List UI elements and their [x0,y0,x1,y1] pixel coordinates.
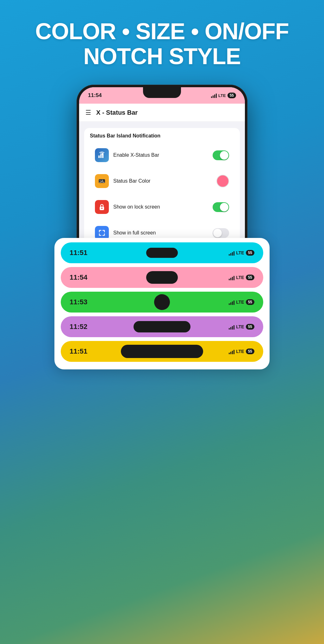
toggle-thumb-fullscreen [213,229,222,237]
demo-signal-pu1 [229,328,230,330]
svg-rect-0 [98,155,100,158]
demo-signal-b1 [229,254,230,256]
wifi-chart-icon [98,151,106,159]
header-area: COLOR • SIZE • ON/OFFNOTCH STYLE [0,0,324,82]
demo-signal-y4 [234,350,234,354]
demo-signal-purple [229,324,234,330]
signal-bar-2 [213,95,214,98]
demo-battery-purple: 55 [246,324,254,330]
demo-signal-p3 [232,277,233,280]
demo-right-cyan: LTE 55 [229,250,254,256]
notch-pill [134,321,190,332]
lock-icon [95,200,109,214]
demo-signal-y2 [230,352,231,354]
demo-signal-pu3 [232,326,233,330]
header-title: COLOR • SIZE • ON/OFFNOTCH STYLE [25,19,299,69]
status-right-icons: LTE 55 [211,93,236,98]
phone-notch [143,87,181,98]
app-title: X - Status Bar [96,109,138,116]
demo-signal-p4 [234,276,234,280]
demo-bars-wrapper: 11:51 LTE 55 11:54 [0,238,324,369]
demo-notch-pink [146,271,178,284]
demo-signal-b3 [232,252,233,256]
demo-lte-green: LTE [236,300,244,305]
demo-signal-pu2 [230,327,231,330]
section-title: Status Bar Island Notification [90,133,234,139]
demo-right-purple: LTE 55 [229,324,254,330]
hamburger-icon[interactable]: ☰ [85,109,91,116]
demo-lte-purple: LTE [236,324,244,329]
svg-rect-6 [102,180,103,181]
demo-time-green: 11:53 [70,298,87,306]
demo-battery-green: 55 [246,299,254,305]
svg-point-9 [101,208,103,209]
phone-status-bar: 11:54 LTE 55 [79,87,245,104]
color-label: Status Bar Color [113,178,212,184]
demo-signal-g3 [232,301,233,305]
demo-right-green: LTE 55 [229,299,254,305]
demo-signal-g1 [229,303,230,305]
demo-signal-green [229,299,234,305]
demo-bar-cyan: 11:51 LTE 55 [61,242,263,263]
demo-bars-container: 11:51 LTE 55 11:54 [54,238,270,369]
demo-signal-g4 [234,301,234,305]
demo-bar-pink: 11:54 LTE 55 [61,267,263,288]
toggle-thumb [220,151,228,160]
demo-time-purple: 11:52 [70,323,87,331]
lock-label: Show on lock screen [113,204,208,210]
signal-bar-4 [216,94,217,98]
svg-point-7 [102,181,102,182]
demo-bar-purple: 11:52 LTE 55 [61,316,263,337]
demo-bar-yellow: 11:51 LTE 55 [61,341,263,362]
demo-bar-green: 11:53 LTE 55 [61,292,263,313]
lte-label: LTE [218,93,226,98]
notch-small [146,248,178,258]
expand-icon [98,229,106,237]
demo-notch-purple [134,321,190,332]
demo-signal-g2 [230,302,231,305]
demo-lte-cyan: LTE [236,250,244,255]
demo-signal-pink [229,275,234,280]
demo-right-pink: LTE 55 [229,275,254,280]
color-picker-dot[interactable] [216,175,229,187]
app-header: ☰ X - Status Bar [79,104,245,122]
demo-battery-cyan: 55 [246,250,254,256]
color-icon [95,174,109,188]
demo-signal-p1 [229,279,230,280]
background: COLOR • SIZE • ON/OFFNOTCH STYLE 11:54 [0,0,324,369]
demo-signal-p2 [230,278,231,280]
demo-signal-y3 [232,351,233,354]
setting-row-color: Status Bar Color [90,170,234,192]
demo-battery-pink: 55 [246,275,254,280]
svg-rect-1 [100,154,102,158]
status-bar-icon [98,177,106,185]
signal-bar-1 [211,96,212,98]
notch-circle [154,294,170,310]
demo-time-pink: 11:54 [70,273,87,282]
demo-notch-green [154,294,170,310]
demo-signal-y1 [229,353,230,354]
toggle-thumb-lock [220,203,228,211]
notch-medium [146,271,178,284]
lock-toggle[interactable] [213,202,229,212]
demo-time-cyan: 11:51 [70,249,87,257]
demo-notch-cyan [146,248,178,258]
settings-section-card: Status Bar Island Notification [84,128,240,249]
setting-row-lock: Show on lock screen [90,196,234,218]
signal-bars-icon [211,93,217,98]
svg-rect-5 [99,180,101,181]
enable-icon [95,148,109,162]
signal-bar-3 [214,94,215,98]
fullscreen-label: Show in full screen [113,230,208,236]
status-time: 11:54 [88,92,102,99]
demo-lte-pink: LTE [236,275,244,280]
lock-screen-icon [98,203,106,211]
demo-lte-yellow: LTE [236,349,244,354]
enable-toggle[interactable] [213,150,229,160]
demo-notch-yellow [121,345,203,358]
setting-row-enable: Enable X-Status Bar [90,144,234,167]
demo-signal-yellow [229,349,234,354]
svg-point-3 [102,154,103,155]
fullscreen-toggle[interactable] [213,228,229,238]
demo-time-yellow: 11:51 [70,347,87,355]
